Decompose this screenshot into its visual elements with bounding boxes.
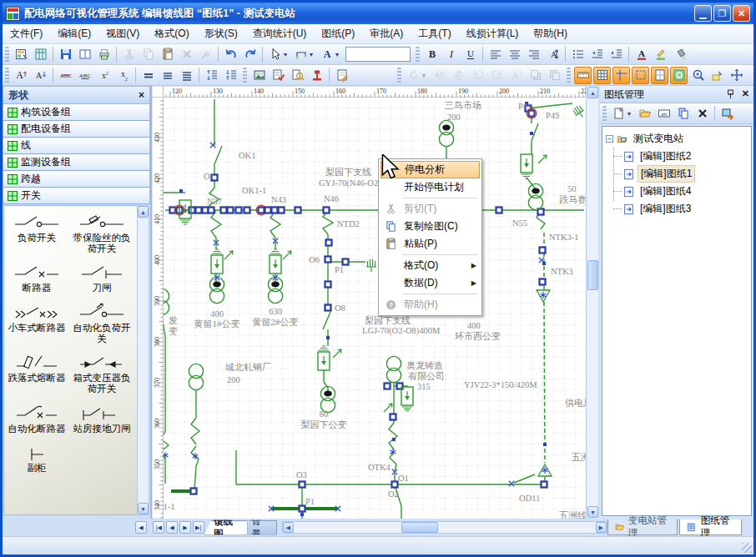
note-icon[interactable]	[333, 67, 350, 84]
delete-icon[interactable]	[178, 46, 195, 63]
shape-group-3[interactable]: 线	[3, 138, 150, 154]
shape-group-6[interactable]: 开关	[3, 188, 150, 204]
flip-v-icon[interactable]	[450, 67, 467, 84]
menu-8[interactable]: 审批(A)	[362, 24, 411, 43]
toolbar-grip[interactable]	[416, 47, 420, 63]
canvas-vscrollbar[interactable]: ▲ ▼	[586, 86, 598, 519]
select-area-icon[interactable]	[632, 67, 649, 84]
align-left-icon[interactable]	[486, 46, 504, 63]
bullets-icon[interactable]	[569, 46, 587, 63]
menu-7[interactable]: 图纸(P)	[314, 24, 362, 43]
maximize-button[interactable]: ❐	[713, 5, 731, 22]
vscroll-thumb[interactable]	[587, 260, 598, 290]
page-next-icon[interactable]: ▶	[179, 521, 191, 534]
font-a-icon[interactable]: A▼	[318, 46, 342, 63]
paste-icon[interactable]	[159, 46, 176, 63]
fill-color-icon[interactable]	[671, 46, 688, 63]
tree-item-drawing-3[interactable]: [编辑]图纸4	[602, 183, 751, 200]
send-back-icon[interactable]	[546, 67, 563, 84]
align-center-icon[interactable]	[506, 46, 523, 63]
connector-icon[interactable]: ▼	[292, 46, 316, 63]
shape-item[interactable]: 站房接地刀闸	[69, 404, 134, 434]
rename-abl-icon[interactable]: ab|	[655, 105, 673, 123]
flip-h-icon[interactable]	[431, 67, 448, 84]
calc-grid-icon[interactable]	[32, 46, 49, 63]
toolbar-grip[interactable]	[5, 68, 9, 83]
menu-1[interactable]: 文件(F)	[3, 24, 50, 43]
grid-icon[interactable]	[593, 67, 611, 84]
stamp-icon[interactable]	[308, 67, 325, 84]
shape-group-4[interactable]: 监测设备组	[3, 154, 150, 171]
context-menu-item-4[interactable]: 剪切(T)	[381, 200, 480, 218]
picture-icon[interactable]	[250, 67, 268, 84]
subscript-icon[interactable]: x2	[114, 67, 132, 84]
cut-icon[interactable]	[120, 46, 138, 63]
context-menu-item-9[interactable]: 数据(D)▶	[381, 274, 480, 292]
shape-item[interactable]: 小车式断路器	[4, 303, 69, 344]
indent-icon[interactable]	[607, 46, 625, 63]
copy-pages-icon[interactable]	[674, 105, 692, 123]
title-bar[interactable]: 配电网络可视化管理系统 编辑馈线图 “图纸1” - 测试变电站 ▁ ❐ ✕	[3, 3, 753, 24]
panel-close-icon[interactable]: ✕	[742, 88, 749, 100]
shape-item[interactable]: 箱式变压器负荷开关	[69, 353, 134, 394]
tree-item-drawing-1[interactable]: [编辑]图纸2	[602, 148, 751, 165]
context-menu-item-8[interactable]: 格式(O)▶	[381, 257, 480, 274]
space-eq2-icon[interactable]	[159, 67, 176, 84]
bold-icon[interactable]: B	[423, 46, 441, 63]
diagram-canvas[interactable]: 三鸟市场200P41P4950跌马赛公变OK1O1OK1-1梨园下支线GYJ-7…	[152, 86, 586, 519]
guides-icon[interactable]	[612, 67, 630, 84]
toolbar-grip[interactable]	[397, 68, 401, 83]
context-menu-item-5[interactable]: 复制绘图(C)	[381, 218, 480, 235]
align-right-icon[interactable]	[525, 46, 542, 63]
toolbar-text-input[interactable]	[345, 47, 411, 62]
page-tab-1[interactable]: 馈线图	[204, 520, 248, 535]
abc-under-icon[interactable]: ABC	[76, 67, 93, 84]
menu-10[interactable]: 线损计算(L)	[459, 24, 527, 43]
shape-item[interactable]: 刀闸	[69, 263, 134, 294]
menu-4[interactable]: 格式(O)	[147, 24, 196, 43]
text-rotate-icon[interactable]: A	[507, 67, 525, 84]
shape-item[interactable]: 断路器	[4, 263, 69, 294]
copy-icon[interactable]	[139, 46, 157, 63]
toolbar-grip[interactable]	[567, 68, 571, 83]
font-color-icon[interactable]: A	[633, 46, 650, 63]
rotate-free-icon[interactable]: ▼	[405, 67, 429, 84]
vspace-inc-icon[interactable]	[203, 67, 220, 84]
abc-strike-icon[interactable]: ABC	[57, 67, 74, 84]
font-down-icon[interactable]: A	[32, 67, 49, 84]
book-icon[interactable]	[76, 46, 93, 63]
format-hand-icon[interactable]	[708, 67, 726, 84]
menu-6[interactable]: 查询统计(U)	[245, 24, 315, 43]
scroll-up-icon[interactable]: ▲	[587, 87, 598, 98]
bring-front-icon[interactable]	[527, 67, 544, 84]
shape-group-1[interactable]: 构筑设备组	[3, 104, 150, 121]
menu-3[interactable]: 视图(V)	[98, 24, 147, 43]
ruler-icon[interactable]	[574, 67, 592, 84]
canvas-hscrollbar[interactable]: ◀ ▶	[282, 521, 607, 534]
undo-icon[interactable]	[222, 46, 239, 63]
scroll-down-icon[interactable]: ▼	[138, 503, 149, 514]
context-menu-item-11[interactable]: ?帮助(H)	[381, 296, 480, 314]
vspace-dec-icon[interactable]	[222, 67, 239, 84]
pin-icon[interactable]	[724, 88, 737, 100]
delete-x-icon[interactable]	[693, 105, 711, 123]
panel-tab-2[interactable]: 图纸管理	[679, 519, 742, 535]
outdent-icon[interactable]	[588, 46, 606, 63]
scroll-up-icon[interactable]: ▲	[138, 206, 149, 218]
close-button[interactable]: ✕	[733, 5, 750, 22]
find-shape-icon[interactable]	[289, 67, 306, 84]
superscript-icon[interactable]: x2	[95, 67, 113, 84]
approve-icon[interactable]	[270, 67, 287, 84]
menu-5[interactable]: 形状(S)	[197, 24, 245, 43]
toolbar-grip[interactable]	[243, 68, 247, 83]
underline-icon[interactable]: U	[461, 46, 479, 63]
scroll-down-icon[interactable]: ▼	[587, 506, 598, 518]
shape-item[interactable]: 带保险丝的负荷开关	[69, 213, 134, 254]
shape-item[interactable]: 负荷开关	[4, 213, 69, 254]
space-eq3-icon[interactable]	[178, 67, 195, 84]
open-folder-icon[interactable]	[636, 105, 653, 123]
minimize-button[interactable]: ▁	[694, 5, 712, 22]
tree-item-drawing-4[interactable]: [编辑]图纸3	[602, 200, 751, 218]
redo-icon[interactable]	[241, 46, 259, 63]
rotate-right-icon[interactable]	[488, 67, 506, 84]
